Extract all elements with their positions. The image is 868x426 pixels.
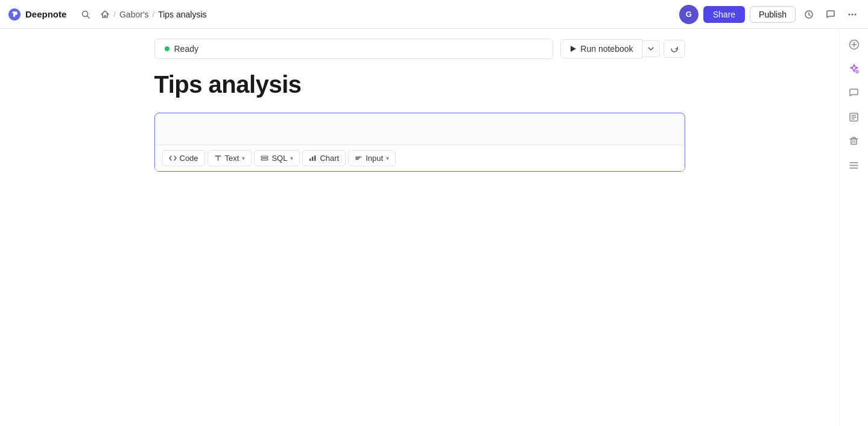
svg-point-5 <box>855 13 857 15</box>
svg-rect-7 <box>261 156 268 158</box>
sql-icon <box>261 154 268 162</box>
comment-button[interactable] <box>843 82 865 104</box>
more-icon <box>847 10 857 19</box>
text-button[interactable]: Text ▾ <box>207 150 252 166</box>
breadcrumb-workspace[interactable]: Gabor's <box>119 10 149 19</box>
svg-point-15 <box>856 70 858 73</box>
logo-area[interactable]: Deepnote <box>7 7 66 22</box>
chart-icon <box>309 154 317 162</box>
delete-icon <box>849 136 859 146</box>
magic-icon <box>849 63 860 74</box>
right-sidebar <box>839 29 868 426</box>
text-dropdown-arrow: ▾ <box>242 155 245 161</box>
history-icon <box>804 10 814 19</box>
search-button[interactable] <box>76 5 95 24</box>
sql-button[interactable]: SQL ▾ <box>254 150 300 166</box>
code-button[interactable]: Code <box>162 150 205 166</box>
variable-button[interactable] <box>843 106 865 128</box>
notebook-title-area: Tips analysis <box>106 71 733 98</box>
comment-icon <box>849 88 859 98</box>
breadcrumb: / Gabor's / Tips analysis <box>100 10 206 19</box>
toc-icon <box>849 160 859 171</box>
breadcrumb-sep-2: / <box>153 10 155 19</box>
more-options-button[interactable] <box>844 6 861 23</box>
cell-wrapper: Code Text ▾ SQL <box>106 113 733 172</box>
topbar-right: G Share Publish <box>679 5 861 24</box>
home-icon <box>100 10 110 19</box>
svg-rect-8 <box>261 159 268 161</box>
run-notebook-button[interactable]: Run notebook <box>560 39 642 58</box>
publish-button[interactable]: Publish <box>750 6 796 23</box>
topbar: Deepnote / Gabor's / Tips analysis G Sha… <box>0 0 868 29</box>
magic-button[interactable] <box>843 58 865 80</box>
run-notebook-dropdown[interactable] <box>642 40 660 57</box>
chevron-down-icon <box>647 45 654 52</box>
text-icon <box>214 154 222 162</box>
add-cell-button[interactable] <box>843 34 865 55</box>
svg-marker-6 <box>571 46 576 52</box>
code-icon <box>169 154 177 162</box>
refresh-button[interactable] <box>664 40 685 58</box>
code-cell: Code Text ▾ SQL <box>154 113 685 172</box>
topbar-left: Deepnote / Gabor's / Tips analysis <box>7 5 679 24</box>
comments-button[interactable] <box>822 6 839 23</box>
sql-dropdown-arrow: ▾ <box>290 155 293 161</box>
toc-button[interactable] <box>843 154 865 176</box>
svg-rect-11 <box>314 155 316 161</box>
search-icon <box>81 10 90 19</box>
svg-point-4 <box>852 13 854 15</box>
input-icon <box>355 154 363 162</box>
breadcrumb-home[interactable] <box>100 10 110 19</box>
status-dot <box>165 46 169 51</box>
comments-icon <box>826 10 835 19</box>
input-button[interactable]: Input ▾ <box>348 150 396 166</box>
add-icon <box>849 39 860 50</box>
app-name: Deepnote <box>25 9 66 19</box>
breadcrumb-sep-1: / <box>113 10 116 19</box>
svg-rect-10 <box>312 157 314 161</box>
play-icon <box>569 45 577 52</box>
chart-button[interactable]: Chart <box>302 150 346 166</box>
run-notebook-group: Run notebook <box>560 39 685 58</box>
notebook-area: Ready Run notebook <box>0 29 839 426</box>
kernel-bar: Ready Run notebook <box>106 39 733 59</box>
avatar[interactable]: G <box>679 5 699 24</box>
cell-toolbar: Code Text ▾ SQL <box>155 145 685 171</box>
breadcrumb-current-page: Tips analysis <box>158 10 206 19</box>
history-button[interactable] <box>800 6 817 23</box>
svg-line-1 <box>87 16 90 18</box>
share-button[interactable]: Share <box>703 6 745 23</box>
variable-icon <box>849 112 859 122</box>
notebook-title[interactable]: Tips analysis <box>154 71 685 98</box>
deepnote-logo-icon <box>7 7 22 22</box>
svg-point-3 <box>849 13 851 15</box>
svg-rect-9 <box>309 158 311 161</box>
cell-input[interactable] <box>155 113 685 142</box>
kernel-status-label: Ready <box>174 44 198 54</box>
input-dropdown-arrow: ▾ <box>386 155 389 161</box>
refresh-icon <box>670 45 679 53</box>
svg-rect-20 <box>851 139 857 144</box>
kernel-status: Ready <box>154 39 554 59</box>
main-content: Ready Run notebook <box>0 29 868 426</box>
delete-button[interactable] <box>843 130 865 152</box>
